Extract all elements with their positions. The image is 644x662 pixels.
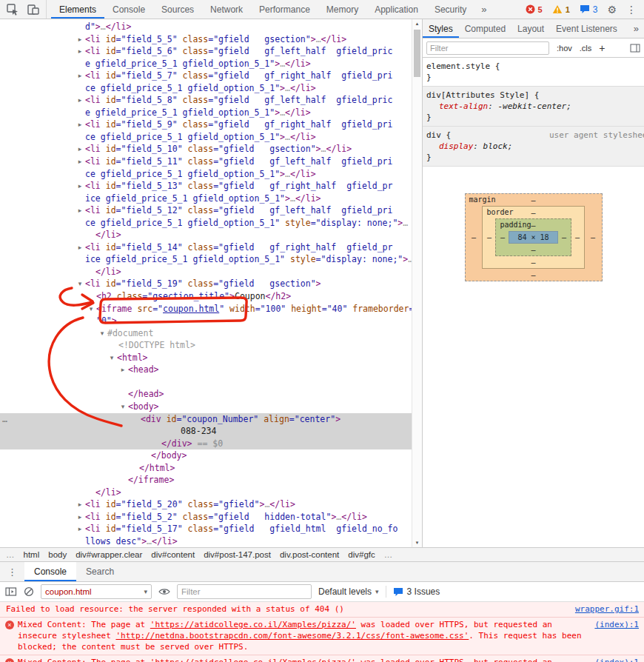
expand-right-icon[interactable]: ▸ <box>118 364 127 376</box>
sidebar-tab-styles[interactable]: Styles <box>423 19 459 38</box>
messages-count-badge[interactable]: 3 <box>580 4 598 15</box>
issues-button[interactable]: 3 Issues <box>393 586 440 597</box>
tree-row[interactable]: e gfield_price_5_1 gfield_option_5_1">…<… <box>0 107 412 119</box>
tree-row[interactable]: </li> <box>0 229 412 241</box>
tree-row[interactable] <box>0 376 412 389</box>
console-context-selector[interactable]: coupon.html ▾ <box>41 584 152 599</box>
margin-right-value[interactable]: – <box>591 233 595 241</box>
tree-row[interactable]: ▸<li id="field_5_2" class="gfield hidden… <box>0 511 412 524</box>
expand-right-icon[interactable]: ▸ <box>76 143 84 156</box>
tab-sources[interactable]: Sources <box>153 0 202 19</box>
style-rule[interactable]: user agent stylesheetdiv {display: block… <box>423 127 644 167</box>
tab-application[interactable]: Application <box>366 0 426 19</box>
expand-down-icon[interactable]: ▾ <box>76 278 84 290</box>
warning-count-badge[interactable]: 1 <box>552 4 570 14</box>
tree-row[interactable]: "0"> <box>0 315 412 327</box>
tree-row[interactable]: ▸<li id="field_5_14" class="gfield gf_ri… <box>0 241 412 254</box>
expand-down-icon[interactable]: ▾ <box>98 327 107 340</box>
source-location-link[interactable]: (index):1 <box>594 619 639 630</box>
message-url-link[interactable]: 'https://atidcollege.co.il/Xamples/pizza… <box>150 620 356 629</box>
tree-row[interactable]: ce gfield_price_5_1 gfield_option_5_1">…… <box>0 82 412 95</box>
error-count-badge[interactable]: 5 <box>526 4 543 14</box>
tree-row[interactable]: ▸<li id="field_5_17" class="gfield gfiel… <box>0 523 412 535</box>
tree-row[interactable]: ▾#document <box>0 327 412 340</box>
box-model-border-ring[interactable]: border – – padding – – 84 × 18 – – – – <box>482 206 584 269</box>
style-property[interactable]: text-align: -webkit-center; <box>426 101 641 112</box>
toggle-element-state-button[interactable]: :hov <box>557 44 572 53</box>
tree-row[interactable]: ▸<li id="field_5_7" class="gfield gf_rig… <box>0 70 412 82</box>
padding-left-value[interactable]: – <box>500 233 505 241</box>
drawer-tab-console[interactable]: Console <box>24 562 76 581</box>
breadcrumb-item[interactable]: div.post-content <box>275 550 343 559</box>
sidebar-tabs-overflow-chevron[interactable]: » <box>628 19 644 38</box>
padding-bottom-value[interactable]: – <box>531 246 535 254</box>
scrollbar-thumb[interactable] <box>414 30 420 77</box>
tab-security[interactable]: Security <box>426 0 474 19</box>
console-filter-input[interactable] <box>177 584 312 599</box>
breadcrumb-item[interactable]: div#post-147.post <box>199 550 275 559</box>
tree-row[interactable]: ce gfield_price_5_1 gfield_option_5_1">…… <box>0 131 412 144</box>
source-location-link[interactable]: wrapper.gif:1 <box>575 604 639 615</box>
box-model-padding-ring[interactable]: padding – – 84 × 18 – – <box>495 218 571 256</box>
tree-row[interactable]: ▸<li id="field_5_8" class="gfield gf_lef… <box>0 94 412 107</box>
style-rule[interactable]: element.style {} <box>423 58 644 87</box>
tree-row[interactable]: </div> == $0 <box>0 438 412 450</box>
margin-bottom-value[interactable]: – <box>531 271 535 279</box>
sidebar-tab-computed[interactable]: Computed <box>459 19 511 38</box>
tab-memory[interactable]: Memory <box>318 0 366 19</box>
tabs-overflow-chevron[interactable]: » <box>474 0 493 19</box>
border-bottom-value[interactable]: – <box>531 258 535 267</box>
tree-row[interactable]: ▸<li id="field_5_13" class="gfield gf_ri… <box>0 180 412 193</box>
tree-row[interactable]: ▾<li id="field_5_19" class="gfield gsect… <box>0 278 412 290</box>
tree-row[interactable]: ▸<li id="field_5_11" class="gfield gf_le… <box>0 156 412 168</box>
more-options-icon[interactable]: ⋮ <box>626 4 637 15</box>
tree-row[interactable]: </li> <box>0 266 412 278</box>
tree-row[interactable]: </iframe> <box>0 474 412 487</box>
expand-right-icon[interactable]: ▸ <box>76 94 84 107</box>
tree-row[interactable]: ▸<li id="field_5_10" class="gfield gsect… <box>0 143 412 156</box>
breadcrumb-item[interactable]: div#wrapper.clear <box>71 550 147 559</box>
breadcrumb-item[interactable]: div#content <box>147 550 199 559</box>
message-url-link[interactable]: 'https://atidcollege.co.il/Xamples/pizza… <box>150 658 356 662</box>
tree-row[interactable]: ▾<body> <box>0 401 412 413</box>
breadcrumb-item[interactable]: html <box>19 550 44 559</box>
tree-row[interactable]: ▾<iframe src="coupon.html" width="100" h… <box>0 303 412 315</box>
tree-row[interactable]: e gfield_price_5_1 gfield_option_5_1">…<… <box>0 58 412 70</box>
style-rule[interactable]: div[Attributes Style] {text-align: -webk… <box>423 87 644 127</box>
sidebar-tab-layout[interactable]: Layout <box>511 19 550 38</box>
style-property[interactable]: display: block; <box>426 141 641 152</box>
tree-row[interactable]: </head> <box>0 388 412 401</box>
tab-elements[interactable]: Elements <box>51 0 104 19</box>
padding-top-value[interactable]: – <box>531 221 535 230</box>
new-style-rule-button[interactable]: + <box>599 43 605 53</box>
tree-row[interactable]: ▸<li id="field_5_20" class="gfield">…</l… <box>0 498 412 511</box>
expand-right-icon[interactable]: ▸ <box>76 523 84 535</box>
expand-right-icon[interactable]: ▸ <box>76 180 84 193</box>
sidebar-panel-icon[interactable] <box>630 43 640 53</box>
tree-row[interactable]: llows desc">…</li> <box>0 535 412 547</box>
margin-left-value[interactable]: – <box>472 233 476 241</box>
expand-down-icon[interactable]: ▾ <box>118 401 127 413</box>
expand-right-icon[interactable]: ▸ <box>76 511 84 524</box>
tree-row[interactable]: </li> <box>0 487 412 499</box>
tree-row[interactable]: ce gfield_price_5_1 gfield_option_5_1" s… <box>0 217 412 230</box>
expand-down-icon[interactable]: ▾ <box>107 352 116 364</box>
source-location-link[interactable]: (index):1 <box>594 657 639 662</box>
tab-performance[interactable]: Performance <box>251 0 318 19</box>
sidebar-tab-event-listeners[interactable]: Event Listeners <box>550 19 623 38</box>
device-toolbar-icon[interactable] <box>27 4 39 16</box>
log-levels-dropdown[interactable]: Default levels ▾ <box>318 586 379 597</box>
tree-row[interactable]: ▸<li id="field_5_5" class="gfield gsecti… <box>0 33 412 46</box>
tree-row[interactable]: ▸<li id="field_5_12" class="gfield gf_le… <box>0 204 412 217</box>
breadcrumb-item[interactable]: body <box>44 550 71 559</box>
styles-filter-input[interactable] <box>426 41 549 55</box>
tree-row[interactable]: 088-234 <box>0 425 412 438</box>
border-left-value[interactable]: – <box>487 233 492 241</box>
box-model-content-size[interactable]: 84 × 18 <box>509 231 557 244</box>
tab-console[interactable]: Console <box>104 0 153 19</box>
padding-right-value[interactable]: – <box>562 233 566 241</box>
expand-right-icon[interactable]: ▸ <box>76 70 84 82</box>
tree-row[interactable]: ▸<head> <box>0 364 412 376</box>
inspect-element-icon[interactable] <box>7 4 19 16</box>
tree-row[interactable]: ▸<li id="field_5_9" class="gfield gf_rig… <box>0 118 412 131</box>
